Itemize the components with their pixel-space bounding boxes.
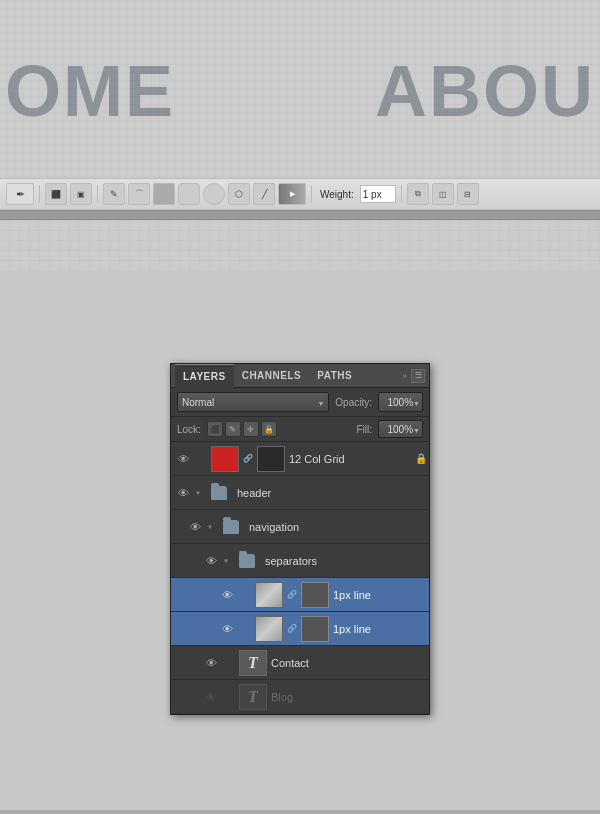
layer-header-folder[interactable]: 👁 header <box>171 476 429 510</box>
toolbar-row: ✒ ⬛ ▣ ✎ ⌒ ⬡ ╱ ▶ Weight: ⧉ ◫ ⊟ <box>0 178 600 210</box>
tab-channels[interactable]: CHANNELS <box>234 364 310 388</box>
thumbnail-1px-1 <box>255 582 283 608</box>
tab-layers[interactable]: LAYERS <box>175 364 234 388</box>
blend-mode-value: Normal <box>182 397 214 408</box>
align-btn-1[interactable]: ⧉ <box>407 183 429 205</box>
nav-bar-area: OME ABOU <box>0 0 600 200</box>
canvas-area: OME ABOU ✒ ⬛ ▣ ✎ ⌒ ⬡ ╱ ▶ Weight: ⧉ <box>0 0 600 270</box>
eye-icon-contact[interactable]: 👁 <box>203 655 219 671</box>
layer-separators-folder[interactable]: 👁 separators <box>171 544 429 578</box>
thumbnail-contact: T <box>239 650 267 676</box>
expand-separators[interactable] <box>223 557 235 564</box>
expand-arrow: » <box>402 371 407 381</box>
website-preview: OME ABOU ✒ ⬛ ▣ ✎ ⌒ ⬡ ╱ ▶ Weight: ⧉ <box>0 0 600 270</box>
fill-label: Fill: <box>356 424 372 435</box>
panel-tabs: LAYERS CHANNELS PATHS » ☰ <box>171 364 429 388</box>
line-btn[interactable]: ╱ <box>253 183 275 205</box>
lock-fill-row: Lock: ⬛ ✎ ✛ 🔒 Fill: 100% <box>171 417 429 442</box>
toolbar-separator-4 <box>401 185 402 203</box>
blend-mode-select[interactable]: Normal <box>177 392 329 412</box>
toolbar-separator-1 <box>39 185 40 203</box>
box-tool-btn[interactable]: ▣ <box>70 183 92 205</box>
polygon-btn[interactable]: ⬡ <box>228 183 250 205</box>
link-icon-1px-2: 🔗 <box>287 622 297 636</box>
link-icon-12col: 🔗 <box>243 452 253 466</box>
big-nav-text: OME ABOU <box>0 55 600 127</box>
weight-label: Weight: <box>320 189 354 200</box>
eye-icon-12col[interactable]: 👁 <box>175 451 191 467</box>
toolbar-separator-2 <box>97 185 98 203</box>
design-preview: DESIGNL B HOME ABOUT SERVICES PORTFOLIO … <box>0 220 600 270</box>
layer-name-navigation: navigation <box>249 521 425 533</box>
toolbar-separator-3 <box>311 185 312 203</box>
opacity-label: Opacity: <box>335 397 372 408</box>
align-btn-3[interactable]: ⊟ <box>457 183 479 205</box>
layer-name-1px-1: 1px line <box>333 589 425 601</box>
mask-1px-2 <box>301 616 329 642</box>
opacity-arrow <box>413 397 420 408</box>
layer-blog[interactable]: 👁 T Blog <box>171 680 429 714</box>
tab-paths[interactable]: PATHS <box>309 364 360 388</box>
bottom-area <box>0 810 600 814</box>
expand-navigation[interactable] <box>207 523 219 530</box>
layer-1px-line-1[interactable]: 👁 🔗 1px line <box>171 578 429 612</box>
layer-navigation-folder[interactable]: 👁 navigation <box>171 510 429 544</box>
folder-icon-navigation <box>223 520 239 534</box>
round-rect-btn[interactable] <box>178 183 200 205</box>
eye-icon-1px-1[interactable]: 👁 <box>219 587 235 603</box>
eye-icon-separators[interactable]: 👁 <box>203 553 219 569</box>
layer-contact[interactable]: 👁 T Contact <box>171 646 429 680</box>
mask-1px-1 <box>301 582 329 608</box>
anchor-tool-btn[interactable]: ✎ <box>103 183 125 205</box>
nav-text-left: OME <box>5 55 175 127</box>
select-tool-btn[interactable]: ⬛ <box>45 183 67 205</box>
thumbnail-1px-2 <box>255 616 283 642</box>
lock-label: Lock: <box>177 424 201 435</box>
separator-band <box>0 210 600 220</box>
mask-12col <box>257 446 285 472</box>
lock-icon-12col: 🔒 <box>415 453 425 465</box>
folder-icon-separators <box>239 554 255 568</box>
expand-header[interactable] <box>195 489 207 496</box>
link-icon-1px-1: 🔗 <box>287 588 297 602</box>
pen-tool-btn[interactable]: ✒ <box>6 183 34 205</box>
eye-icon-header[interactable]: 👁 <box>175 485 191 501</box>
opacity-input[interactable]: 100% <box>378 392 423 412</box>
curve-tool-btn[interactable]: ⌒ <box>128 183 150 205</box>
nav-text-right: ABOU <box>375 55 595 127</box>
layer-name-blog: Blog <box>271 691 425 703</box>
lock-pixels-btn[interactable]: ⬛ <box>207 421 223 437</box>
folder-icon-header <box>211 486 227 500</box>
thumbnail-blog: T <box>239 684 267 710</box>
lock-image-btn[interactable]: ✎ <box>225 421 241 437</box>
lock-position-btn[interactable]: ✛ <box>243 421 259 437</box>
layer-name-header: header <box>237 487 425 499</box>
layer-name-12col: 12 Col Grid <box>289 453 411 465</box>
fill-input[interactable]: 100% <box>378 420 423 438</box>
layer-1px-line-2[interactable]: 👁 🔗 1px line <box>171 612 429 646</box>
shape-fill-btn[interactable]: ▶ <box>278 183 306 205</box>
eye-icon-1px-2[interactable]: 👁 <box>219 621 235 637</box>
layer-12-col-grid[interactable]: 👁 🔗 12 Col Grid 🔒 <box>171 442 429 476</box>
layer-name-contact: Contact <box>271 657 425 669</box>
align-btn-2[interactable]: ◫ <box>432 183 454 205</box>
layer-name-1px-2: 1px line <box>333 623 425 635</box>
lock-icons-group: ⬛ ✎ ✛ 🔒 <box>207 421 277 437</box>
layers-panel: LAYERS CHANNELS PATHS » ☰ Normal Opacity… <box>170 363 430 715</box>
rect-tool-btn[interactable] <box>153 183 175 205</box>
panel-menu-icon[interactable]: ☰ <box>411 369 425 383</box>
thumbnail-12col <box>211 446 239 472</box>
blend-opacity-row: Normal Opacity: 100% <box>171 388 429 417</box>
lock-all-btn[interactable]: 🔒 <box>261 421 277 437</box>
ellipse-btn[interactable] <box>203 183 225 205</box>
eye-icon-blog[interactable]: 👁 <box>203 689 219 705</box>
panel-tab-expander[interactable]: » ☰ <box>402 369 425 383</box>
layer-name-separators: separators <box>265 555 425 567</box>
fill-arrow <box>413 424 420 435</box>
weight-input[interactable] <box>360 185 396 203</box>
eye-icon-navigation[interactable]: 👁 <box>187 519 203 535</box>
blend-dropdown-arrow <box>317 397 324 408</box>
